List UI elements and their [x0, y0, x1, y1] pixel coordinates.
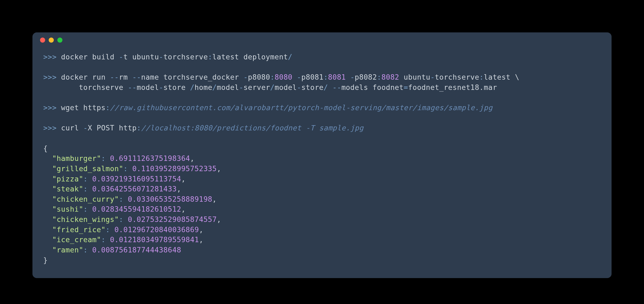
json-entries: "hamburger": 0.6911126375198364, "grille…: [43, 153, 601, 255]
json-entry: "fried_rice": 0.01296720840036869,: [43, 225, 601, 235]
json-value: 0.012180349789559841: [110, 235, 199, 244]
terminal-output[interactable]: >>> docker build -t ubuntu-torchserve:la…: [32, 48, 612, 278]
prompt: >>>: [43, 53, 57, 61]
prompt: >>>: [43, 73, 57, 81]
terminal-window: >>> docker build -t ubuntu-torchserve:la…: [32, 32, 612, 278]
json-entry: "steak": 0.03642556071281433,: [43, 184, 601, 194]
json-key: "grilled_salmon": [52, 164, 123, 173]
json-open-brace: {: [43, 143, 601, 154]
cmd-docker-build: >>> docker build -t ubuntu-torchserve:la…: [43, 52, 601, 62]
window-titlebar: [32, 32, 612, 48]
json-entry: "ramen": 0.008756187744438648: [43, 245, 601, 255]
prompt: >>>: [43, 103, 57, 112]
json-entry: "chicken_curry": 0.03306535258889198,: [43, 194, 601, 204]
json-value: 0.11039528995752335: [132, 164, 217, 173]
json-value: 0.03642556071281433: [92, 185, 177, 193]
blank-line: [43, 113, 601, 123]
json-entry: "chicken_wings": 0.027532529085874557,: [43, 214, 601, 225]
cmd-docker-run-cont: torchserve --model-store /home/model-ser…: [43, 82, 601, 93]
url-text: //raw.githubusercontent.com/alvarobartt/…: [110, 103, 493, 112]
cmd-wget: >>> wget https://raw.githubusercontent.c…: [43, 103, 601, 113]
json-entry: "sushi": 0.028345594182610512,: [43, 204, 601, 214]
json-key: "ramen": [52, 246, 83, 254]
json-close-brace: }: [43, 255, 601, 265]
json-key: "sushi": [52, 205, 83, 213]
json-key: "ice_cream": [52, 235, 101, 244]
json-entry: "ice_cream": 0.012180349789559841,: [43, 235, 601, 245]
blank-line: [43, 62, 601, 72]
blank-line: [43, 133, 601, 143]
json-value: 0.03306535258889198: [128, 195, 213, 203]
cmd-curl: >>> curl -X POST http://localhost:8080/p…: [43, 123, 601, 133]
json-value: 0.027532529085874557: [128, 215, 217, 224]
url-text: //localhost:8080/predictions/foodnet -T …: [141, 124, 364, 132]
json-entry: "hamburger": 0.6911126375198364,: [43, 153, 601, 164]
json-value: 0.6911126375198364: [110, 154, 190, 163]
json-key: "hamburger": [52, 154, 101, 163]
json-value: 0.028345594182610512: [92, 205, 181, 213]
cmd-docker-run: >>> docker run --rm --name torchserve_do…: [43, 72, 601, 82]
json-key: "fried_rice": [52, 225, 105, 234]
minimize-icon[interactable]: [49, 38, 54, 43]
close-icon[interactable]: [40, 38, 45, 43]
json-value: 0.01296720840036869: [114, 225, 199, 234]
json-key: "chicken_curry": [52, 195, 119, 203]
json-entry: "pizza": 0.039219316095113754,: [43, 174, 601, 184]
maximize-icon[interactable]: [57, 38, 62, 43]
json-value: 0.008756187744438648: [92, 246, 181, 254]
blank-line: [43, 93, 601, 103]
prompt: >>>: [43, 124, 57, 132]
json-key: "steak": [52, 185, 83, 193]
json-key: "chicken_wings": [52, 215, 119, 224]
json-value: 0.039219316095113754: [92, 175, 181, 183]
json-key: "pizza": [52, 175, 83, 183]
json-entry: "grilled_salmon": 0.11039528995752335,: [43, 164, 601, 174]
